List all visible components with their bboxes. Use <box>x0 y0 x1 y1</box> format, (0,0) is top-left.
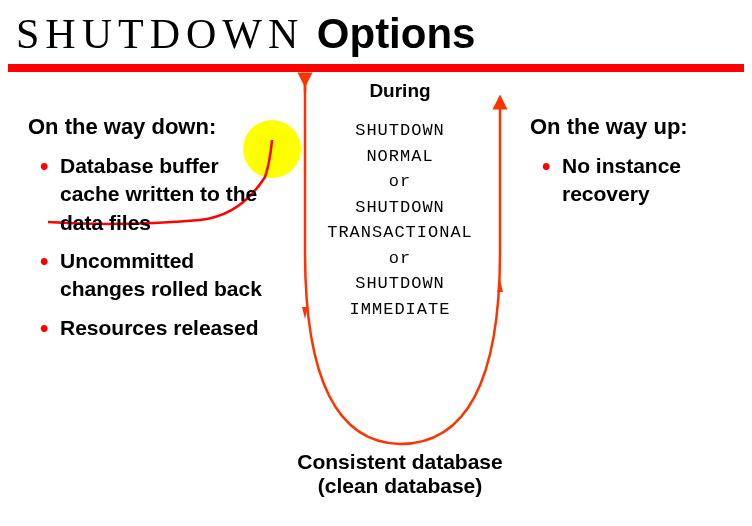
list-item: Uncommitted changes rolled back <box>46 247 278 304</box>
left-column: On the way down: Database buffer cache w… <box>28 114 278 352</box>
mode-text: IMMEDIATE <box>300 297 500 323</box>
mode-text: SHUTDOWN <box>300 195 500 221</box>
mode-text: SHUTDOWN <box>300 271 500 297</box>
center-heading: During <box>300 80 500 102</box>
title-word-shutdown: SHUTDOWN <box>16 11 304 57</box>
mode-text: SHUTDOWN <box>300 118 500 144</box>
right-list: No instance recovery <box>530 152 730 209</box>
mode-text: TRANSACTIONAL <box>300 220 500 246</box>
bottom-line1: Consistent database <box>270 450 530 474</box>
left-heading: On the way down: <box>28 114 278 140</box>
list-item: No instance recovery <box>548 152 730 209</box>
list-item: Resources released <box>46 314 278 342</box>
bottom-label: Consistent database (clean database) <box>270 450 530 498</box>
page-title: SHUTDOWN Options <box>0 0 752 64</box>
right-heading: On the way up: <box>530 114 730 140</box>
mode-text: or <box>300 169 500 195</box>
list-item: Database buffer cache written to the dat… <box>46 152 278 237</box>
mode-text: NORMAL <box>300 144 500 170</box>
left-list: Database buffer cache written to the dat… <box>28 152 278 342</box>
bottom-line2: (clean database) <box>270 474 530 498</box>
mode-text: or <box>300 246 500 272</box>
right-column: On the way up: No instance recovery <box>530 114 730 209</box>
center-column: During SHUTDOWN NORMAL or SHUTDOWN TRANS… <box>300 80 500 322</box>
title-word-options: Options <box>317 10 476 57</box>
title-underline-bar <box>8 64 744 72</box>
diagram-content: On the way down: Database buffer cache w… <box>0 72 752 522</box>
